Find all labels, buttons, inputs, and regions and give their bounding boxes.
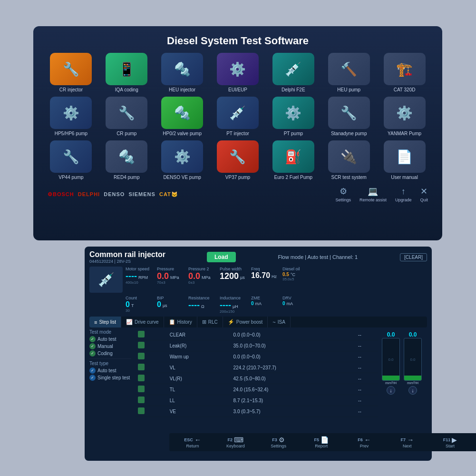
table-row[interactable]: LL 8.7 (2.1~15.3) --: [135, 395, 378, 406]
icon-label: Euro 2 Fuel Pump: [274, 175, 313, 180]
cylinder-2-label: mm³/H: [407, 381, 418, 385]
check-label: Auto test: [97, 368, 116, 373]
fkey-top: F7 →: [401, 436, 414, 444]
step-name: LL: [167, 395, 231, 406]
table-row[interactable]: CLEAR 0.0 (0.0~0.0) --: [135, 329, 378, 340]
step-name: VL(R): [167, 373, 231, 384]
tab-drive-curve[interactable]: 📈Drive curve: [121, 317, 164, 327]
pressure2-metric: Pressure 2 0.0 MPa 0±3: [188, 267, 217, 285]
table-row[interactable]: VL(R) 42.5 (5.0~80.0) --: [135, 373, 378, 384]
icon-box: ⛽: [272, 140, 314, 173]
step-checkbox[interactable]: [138, 375, 145, 381]
step-name: VE: [167, 406, 231, 417]
step-checkbox[interactable]: [138, 364, 145, 370]
step-value: 42.5 (5.0~80.0): [231, 373, 356, 384]
fkey-f5[interactable]: F5 📄 Report: [307, 436, 336, 448]
resistance-metric: Resistance ---- Ω: [188, 296, 217, 309]
test-mode-item-coding[interactable]: ✓Coding: [89, 350, 131, 357]
icon-label: SCR test system: [331, 175, 366, 180]
cylinder-2-tube: 0.0: [404, 338, 422, 381]
fkey-sym: ⌨: [234, 436, 243, 444]
table-row[interactable]: Leak(R) 35.0 (0.0~70.0) --: [135, 340, 378, 351]
pressure-range: 70±3: [157, 280, 185, 285]
test-type-item-single-step-test[interactable]: ✓Single step test: [89, 375, 131, 381]
toolbar-upgrade[interactable]: ↑Upgrade: [395, 187, 412, 202]
zme-metric: ZME 0 mA: [251, 296, 280, 306]
pressure-unit: MPa: [170, 275, 179, 280]
fkey-esc[interactable]: ESC ← Return: [178, 436, 207, 448]
icon-item-eui/eup[interactable]: ⚙️ EUI/EUP: [212, 53, 264, 93]
icon-item-red4-pump[interactable]: 🔩 RED4 pump: [101, 140, 153, 180]
icon-grid: 🔧 CR injector 📱 IQA coding 🔩 HEU injecto…: [43, 53, 433, 180]
toolbar-settings[interactable]: ⚙Settings: [335, 186, 351, 202]
icon-item-denso-ve-pump[interactable]: ⚙️ DENSO VE pump: [156, 140, 208, 180]
step-checkbox[interactable]: [138, 386, 145, 392]
bp-main-content: Test mode ✓Auto test✓Manual✓Coding Test …: [89, 329, 427, 417]
icon-item-cr-injector[interactable]: 🔧 CR injector: [45, 53, 97, 93]
fkey-f2[interactable]: F2 ⌨ Keyboard: [221, 436, 250, 448]
step-checkbox[interactable]: [138, 353, 145, 359]
toolbar-label: Remote assist: [359, 198, 387, 202]
icon-item-cat-320d[interactable]: 🏗️ CAT 320D: [379, 53, 430, 93]
cylinder-2-icon: ↓: [408, 386, 417, 395]
test-type-item-auto-test[interactable]: ✓Auto test: [89, 367, 131, 374]
icon-item-yanmar-pump[interactable]: ⚙️ YANMAR Pump: [379, 97, 430, 137]
icon-item-heu-injector[interactable]: 🔩 HEU injector: [156, 53, 208, 93]
step-checkbox-cell: [135, 362, 167, 373]
step-checkbox[interactable]: [138, 407, 145, 414]
icon-item-heu-pump[interactable]: 🔨 HEU pump: [323, 53, 375, 93]
resistance-value: ----: [188, 301, 200, 309]
icon-item-scr-test-system[interactable]: 🔌 SCR test system: [323, 140, 375, 180]
table-row[interactable]: VL 224.2 (210.7~237.7) --: [135, 362, 378, 373]
icon-item-pt-pump[interactable]: ⚙️ PT pump: [267, 97, 319, 137]
icon-item-pt-injector[interactable]: 💉 PT injector: [212, 97, 264, 137]
tab-label: RLC: [208, 319, 218, 325]
freq-value: 16.70: [251, 272, 270, 279]
fkey-f7[interactable]: F7 → Next: [393, 436, 421, 448]
load-button[interactable]: Load: [207, 252, 236, 262]
icon-item-vp44-pump[interactable]: 🔧 VP44 pump: [45, 140, 97, 180]
test-mode-item-manual[interactable]: ✓Manual: [89, 343, 131, 349]
icon-item-iqa-coding[interactable]: 📱 IQA coding: [101, 53, 153, 93]
tab-rlc[interactable]: ⊞RLC: [197, 317, 223, 327]
tab-power-boost[interactable]: ⚡Power boost: [223, 317, 268, 327]
step-checkbox[interactable]: [138, 331, 145, 337]
toolbar-remote-assist[interactable]: 💻Remote assist: [359, 186, 387, 202]
icon-item-vp37-pump[interactable]: 🔧 VP37 pump: [212, 140, 264, 180]
tab-icon: ⊞: [202, 319, 206, 325]
table-row[interactable]: VE 3.0 (0.3~5.7) --: [135, 406, 378, 417]
step-name: CLEAR: [167, 329, 231, 340]
fkey-sym: ▶: [452, 436, 457, 444]
icon-box: 🔩: [106, 140, 147, 173]
test-mode-item-auto-test[interactable]: ✓Auto test: [89, 336, 131, 342]
count-unit: T: [131, 303, 134, 308]
icon-item-cr-pump[interactable]: 🔧 CR pump: [101, 97, 153, 137]
icon-item-delphi-f2e[interactable]: 💉 Delphi F2E: [267, 53, 319, 93]
fkey-f3[interactable]: F3 ⚙ Settings: [264, 436, 293, 448]
icon-item-hp0/2-valve-pump[interactable]: 🔩 HP0/2 valve pump: [156, 97, 208, 137]
toolbar-quit[interactable]: ✕Quit: [420, 186, 428, 202]
fkey-top: F3 ⚙: [272, 436, 285, 444]
brand-siemens: SIEMENS: [128, 191, 155, 197]
toolbar-sym: ✕: [420, 186, 427, 197]
pressure2-unit: MPa: [202, 275, 211, 280]
table-row[interactable]: TL 24.0 (15.6~32.4) --: [135, 384, 378, 395]
icon-item-hp5/hp6-pump[interactable]: ⚙️ HP5/HP6 pump: [45, 97, 97, 137]
icon-item-user-manual[interactable]: 📄 User manual: [379, 140, 430, 180]
step-checkbox[interactable]: [138, 397, 145, 403]
icon-item-euro-2-fuel-pump[interactable]: ⛽ Euro 2 Fuel Pump: [267, 140, 319, 180]
clear-button[interactable]: [CLEAR]: [400, 253, 427, 261]
fkey-f6[interactable]: F6 ← Prev: [350, 436, 379, 448]
icon-box: 🏗️: [384, 53, 426, 85]
tab-history[interactable]: 📋History: [164, 317, 197, 327]
drv-value: 0: [282, 301, 285, 306]
tab-step-list[interactable]: ≡Step list: [89, 317, 121, 327]
step-table: CLEAR 0.0 (0.0~0.0) -- Leak(R) 35.0 (0.0…: [135, 329, 378, 417]
icon-item-stanadyne-pump[interactable]: 🔧 Stanadyne pump: [323, 97, 375, 137]
table-row[interactable]: Warm up 0.0 (0.0~0.0) --: [135, 351, 378, 362]
check-circle: ✓: [89, 336, 96, 342]
top-panel: Diesel System Test Software 🔧 CR injecto…: [33, 26, 442, 240]
fkey-f11[interactable]: F11 ▶ Start: [436, 436, 465, 448]
tab-isa[interactable]: ~ISA: [268, 317, 291, 327]
step-checkbox[interactable]: [138, 342, 145, 348]
